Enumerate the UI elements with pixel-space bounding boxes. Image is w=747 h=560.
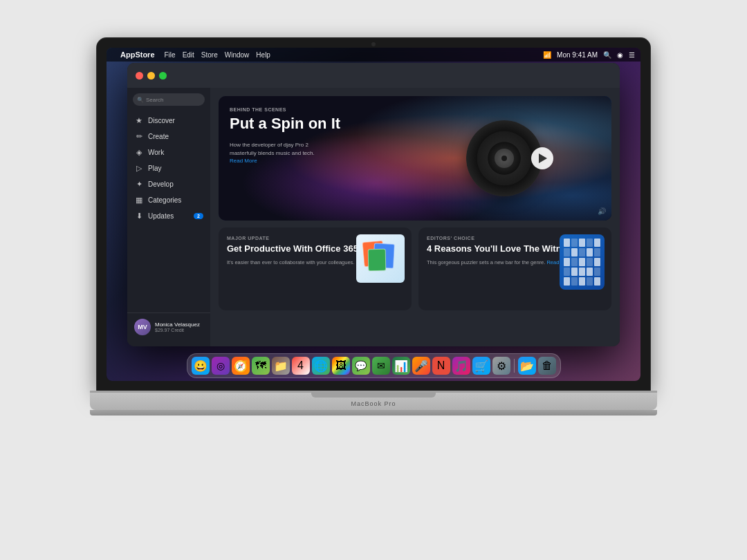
discover-label: Discover bbox=[148, 117, 175, 124]
dock-maps2[interactable]: 🌐 bbox=[312, 357, 330, 375]
work-label: Work bbox=[148, 149, 164, 156]
close-button[interactable] bbox=[136, 72, 143, 80]
control-icon[interactable]: ☰ bbox=[629, 51, 635, 59]
traffic-lights bbox=[136, 72, 167, 80]
updates-icon: ⬇ bbox=[134, 212, 144, 221]
create-icon: ✏ bbox=[134, 132, 144, 141]
dock-photos[interactable]: 🖼 bbox=[332, 357, 350, 375]
menu-window[interactable]: Window bbox=[225, 51, 250, 59]
menu-edit[interactable]: Edit bbox=[183, 51, 194, 59]
play-label: Play bbox=[148, 165, 161, 172]
search-menu-icon[interactable]: 🔍 bbox=[603, 51, 611, 59]
develop-label: Develop bbox=[148, 180, 174, 188]
menu-items: File Edit Store Window Help bbox=[165, 51, 270, 59]
user-credit: $29.97 Credit bbox=[155, 328, 203, 333]
dock-appstore[interactable]: 🛒 bbox=[472, 357, 490, 375]
sidebar: 🔍 Search ★ Discover ✏ Create bbox=[127, 88, 210, 346]
updates-label: Updates bbox=[148, 212, 174, 220]
vinyl-hole bbox=[501, 156, 507, 161]
macbook-base: MacBook Pro bbox=[90, 391, 657, 410]
app-content: 🔍 Search ★ Discover ✏ Create bbox=[127, 88, 620, 346]
dock-trash[interactable]: 🗑 bbox=[538, 357, 556, 375]
main-content: BEHIND THE SCENES Put a Spin on It How t… bbox=[210, 88, 620, 346]
dock-maps[interactable]: 🗺 bbox=[252, 357, 270, 375]
witness-image bbox=[560, 234, 605, 290]
hero-description: How the developer of djay Pro 2 masterfu… bbox=[230, 141, 320, 165]
search-icon: 🔍 bbox=[137, 97, 144, 103]
search-placeholder: Search bbox=[146, 97, 163, 103]
categories-icon: ▦ bbox=[134, 196, 144, 205]
witness-puzzle-grid bbox=[560, 234, 605, 290]
office-visual bbox=[356, 234, 405, 283]
hero-read-more[interactable]: Read More bbox=[230, 158, 257, 164]
dock-keynote[interactable]: 🎤 bbox=[412, 357, 430, 375]
menu-file[interactable]: File bbox=[165, 51, 176, 59]
dock-safari[interactable]: 🧭 bbox=[232, 357, 250, 375]
minimize-button[interactable] bbox=[147, 72, 155, 80]
menu-store[interactable]: Store bbox=[201, 51, 218, 59]
dock-calendar[interactable]: 4 bbox=[292, 357, 310, 375]
office-doc-3 bbox=[368, 249, 387, 271]
volume-icon[interactable]: 🔊 bbox=[598, 207, 606, 215]
siri-icon[interactable]: ◉ bbox=[617, 51, 623, 59]
notch-bar bbox=[311, 391, 436, 398]
dock-itunes[interactable]: 🎵 bbox=[452, 357, 470, 375]
dock-preferences[interactable]: ⚙ bbox=[492, 357, 510, 375]
menu-bar: AppStore File Edit Store Window Help 📶 M… bbox=[107, 48, 640, 62]
macos-screen: AppStore File Edit Store Window Help 📶 M… bbox=[107, 48, 640, 381]
dock-finder[interactable]: 😀 bbox=[192, 357, 210, 375]
hero-title: Put a Spin on It bbox=[230, 115, 340, 133]
updates-badge: 2 bbox=[194, 213, 203, 219]
sidebar-item-develop[interactable]: ✦ Develop bbox=[127, 176, 210, 192]
title-bar bbox=[127, 63, 620, 88]
wifi-icon: 📶 bbox=[543, 51, 551, 59]
macbook-stand bbox=[90, 410, 657, 416]
screen-lid: AppStore File Edit Store Window Help 📶 M… bbox=[97, 38, 650, 391]
menu-help[interactable]: Help bbox=[256, 51, 270, 59]
hero-text: BEHIND THE SCENES Put a Spin on It How t… bbox=[230, 107, 340, 165]
categories-label: Categories bbox=[148, 196, 181, 204]
cards-row: MAJOR UPDATE Get Productive With Office … bbox=[219, 227, 611, 310]
menu-app-name[interactable]: AppStore bbox=[120, 50, 155, 59]
dock-siri[interactable]: ◎ bbox=[212, 357, 230, 375]
maximize-button[interactable] bbox=[159, 72, 167, 80]
search-bar[interactable]: 🔍 Search bbox=[133, 93, 205, 106]
user-info: Monica Velasquez $29.97 Credit bbox=[155, 321, 203, 333]
sidebar-item-categories[interactable]: ▦ Categories bbox=[127, 192, 210, 208]
sidebar-item-discover[interactable]: ★ Discover bbox=[127, 113, 210, 129]
dock-files[interactable]: 📁 bbox=[272, 357, 290, 375]
dock-area: 😀 ◎ 🧭 🗺 📁 4 🌐 🖼 💬 ✉ 📊 🎤 N 🎵 bbox=[107, 353, 640, 378]
card-witness[interactable]: EDITORS' CHOICE 4 Reasons You'll Love Th… bbox=[418, 227, 611, 310]
hero-eyebrow: BEHIND THE SCENES bbox=[230, 107, 340, 112]
card-office365[interactable]: MAJOR UPDATE Get Productive With Office … bbox=[219, 227, 412, 310]
sidebar-nav: ★ Discover ✏ Create ◈ Work bbox=[127, 113, 210, 312]
dock-separator bbox=[514, 359, 515, 373]
play-icon: ▷ bbox=[134, 164, 144, 173]
clock: Mon 9:41 AM bbox=[557, 51, 598, 59]
macbook-laptop: AppStore File Edit Store Window Help 📶 M… bbox=[90, 38, 657, 522]
dock-wechat[interactable]: ✉ bbox=[372, 357, 390, 375]
menu-bar-left: AppStore File Edit Store Window Help bbox=[112, 50, 270, 59]
dock-news[interactable]: N bbox=[432, 357, 450, 375]
dock-finder2[interactable]: 📂 bbox=[518, 357, 536, 375]
sidebar-user[interactable]: MV Monica Velasquez $29.97 Credit bbox=[127, 312, 210, 341]
sidebar-item-updates[interactable]: ⬇ Updates 2 bbox=[127, 208, 210, 224]
dock-messages[interactable]: 💬 bbox=[352, 357, 370, 375]
screen-bezel: AppStore File Edit Store Window Help 📶 M… bbox=[107, 48, 640, 381]
hero-card[interactable]: BEHIND THE SCENES Put a Spin on It How t… bbox=[219, 96, 611, 221]
dock: 😀 ◎ 🧭 🗺 📁 4 🌐 🖼 💬 ✉ 📊 🎤 N 🎵 bbox=[187, 353, 561, 378]
user-name: Monica Velasquez bbox=[155, 321, 203, 328]
play-triangle-icon bbox=[539, 153, 547, 163]
develop-icon: ✦ bbox=[134, 180, 144, 189]
sidebar-item-play[interactable]: ▷ Play bbox=[127, 160, 210, 176]
office-image bbox=[356, 234, 405, 283]
sidebar-item-work[interactable]: ◈ Work bbox=[127, 144, 210, 160]
user-avatar: MV bbox=[134, 319, 151, 335]
sidebar-item-create[interactable]: ✏ Create bbox=[127, 129, 210, 144]
macbook-label: MacBook Pro bbox=[351, 400, 396, 407]
appstore-window: 🔍 Search ★ Discover ✏ Create bbox=[127, 63, 620, 346]
create-label: Create bbox=[148, 133, 169, 140]
play-button[interactable] bbox=[531, 147, 553, 169]
star-icon: ★ bbox=[134, 116, 144, 125]
dock-numbers[interactable]: 📊 bbox=[392, 357, 410, 375]
